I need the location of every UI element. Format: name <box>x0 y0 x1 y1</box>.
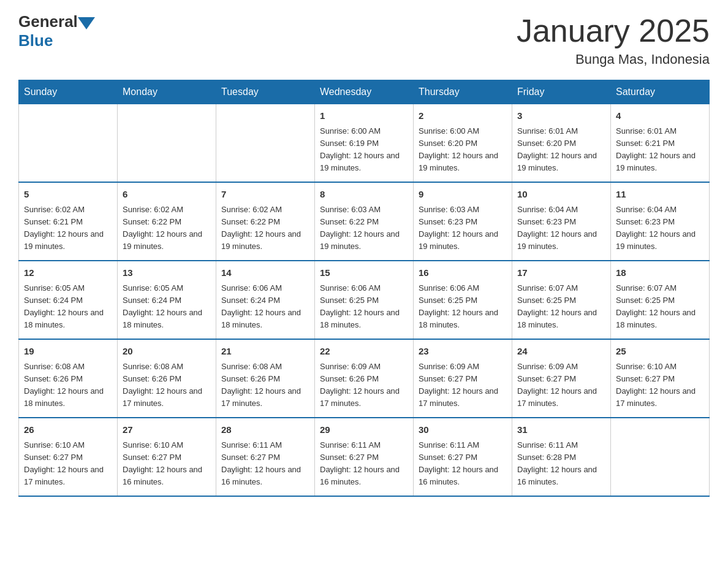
day-info: Sunrise: 6:07 AM Sunset: 6:25 PM Dayligh… <box>517 282 605 332</box>
calendar-day-cell: 9Sunrise: 6:03 AM Sunset: 6:23 PM Daylig… <box>414 182 512 261</box>
day-info: Sunrise: 6:10 AM Sunset: 6:27 PM Dayligh… <box>616 361 704 410</box>
day-number: 31 <box>517 423 605 437</box>
calendar-day-cell: 24Sunrise: 6:09 AM Sunset: 6:27 PM Dayli… <box>512 339 611 418</box>
logo-triangle-icon <box>78 17 95 29</box>
day-number: 3 <box>517 109 605 123</box>
calendar-week-row: 1Sunrise: 6:00 AM Sunset: 6:19 PM Daylig… <box>19 104 710 183</box>
calendar-day-cell: 4Sunrise: 6:01 AM Sunset: 6:21 PM Daylig… <box>611 104 710 183</box>
calendar-day-cell: 26Sunrise: 6:10 AM Sunset: 6:27 PM Dayli… <box>19 418 118 496</box>
day-number: 29 <box>320 423 408 437</box>
day-of-week-header: Friday <box>512 80 611 104</box>
calendar-day-cell: 27Sunrise: 6:10 AM Sunset: 6:27 PM Dayli… <box>118 418 216 496</box>
day-number: 11 <box>616 188 704 202</box>
calendar-day-cell: 12Sunrise: 6:05 AM Sunset: 6:24 PM Dayli… <box>19 261 118 339</box>
day-info: Sunrise: 6:03 AM Sunset: 6:22 PM Dayligh… <box>320 204 408 253</box>
calendar-day-cell: 19Sunrise: 6:08 AM Sunset: 6:26 PM Dayli… <box>19 339 118 418</box>
day-number: 5 <box>24 188 112 202</box>
calendar-subtitle: Bunga Mas, Indonesia <box>517 52 710 67</box>
day-info: Sunrise: 6:10 AM Sunset: 6:27 PM Dayligh… <box>123 439 211 489</box>
calendar-week-row: 19Sunrise: 6:08 AM Sunset: 6:26 PM Dayli… <box>19 339 710 418</box>
calendar-day-cell: 14Sunrise: 6:06 AM Sunset: 6:24 PM Dayli… <box>216 261 315 339</box>
day-of-week-header: Thursday <box>414 80 512 104</box>
day-of-week-header: Wednesday <box>315 80 414 104</box>
day-of-week-header: Tuesday <box>216 80 315 104</box>
day-info: Sunrise: 6:09 AM Sunset: 6:26 PM Dayligh… <box>320 361 408 410</box>
day-info: Sunrise: 6:03 AM Sunset: 6:23 PM Dayligh… <box>419 204 507 253</box>
day-of-week-header: Monday <box>118 80 216 104</box>
day-number: 12 <box>24 266 112 280</box>
calendar-day-cell: 6Sunrise: 6:02 AM Sunset: 6:22 PM Daylig… <box>118 182 216 261</box>
day-number: 2 <box>419 109 507 123</box>
day-info: Sunrise: 6:04 AM Sunset: 6:23 PM Dayligh… <box>616 204 704 253</box>
page-header: General Blue January 2025 Bunga Mas, Ind… <box>18 12 710 67</box>
calendar-day-cell: 28Sunrise: 6:11 AM Sunset: 6:27 PM Dayli… <box>216 418 315 496</box>
calendar-week-row: 26Sunrise: 6:10 AM Sunset: 6:27 PM Dayli… <box>19 418 710 496</box>
calendar-day-cell: 5Sunrise: 6:02 AM Sunset: 6:21 PM Daylig… <box>19 182 118 261</box>
calendar-day-cell: 23Sunrise: 6:09 AM Sunset: 6:27 PM Dayli… <box>414 339 512 418</box>
day-info: Sunrise: 6:11 AM Sunset: 6:28 PM Dayligh… <box>517 439 605 489</box>
calendar-day-cell: 2Sunrise: 6:00 AM Sunset: 6:20 PM Daylig… <box>414 104 512 183</box>
calendar-day-cell <box>118 104 216 183</box>
day-number: 19 <box>24 345 112 359</box>
day-number: 30 <box>419 423 507 437</box>
calendar-day-cell: 17Sunrise: 6:07 AM Sunset: 6:25 PM Dayli… <box>512 261 611 339</box>
day-number: 20 <box>123 345 211 359</box>
day-number: 9 <box>419 188 507 202</box>
day-number: 23 <box>419 345 507 359</box>
day-number: 25 <box>616 345 704 359</box>
day-number: 27 <box>123 423 211 437</box>
day-info: Sunrise: 6:02 AM Sunset: 6:22 PM Dayligh… <box>123 204 211 253</box>
calendar-day-cell: 25Sunrise: 6:10 AM Sunset: 6:27 PM Dayli… <box>611 339 710 418</box>
day-number: 1 <box>320 109 408 123</box>
day-number: 10 <box>517 188 605 202</box>
calendar-day-cell <box>611 418 710 496</box>
day-info: Sunrise: 6:06 AM Sunset: 6:25 PM Dayligh… <box>419 282 507 332</box>
day-number: 17 <box>517 266 605 280</box>
calendar-day-cell: 31Sunrise: 6:11 AM Sunset: 6:28 PM Dayli… <box>512 418 611 496</box>
title-section: January 2025 Bunga Mas, Indonesia <box>517 12 710 67</box>
day-number: 22 <box>320 345 408 359</box>
day-of-week-header: Saturday <box>611 80 710 104</box>
day-number: 13 <box>123 266 211 280</box>
calendar-day-cell: 21Sunrise: 6:08 AM Sunset: 6:26 PM Dayli… <box>216 339 315 418</box>
day-info: Sunrise: 6:05 AM Sunset: 6:24 PM Dayligh… <box>24 282 112 332</box>
calendar-header-row: SundayMondayTuesdayWednesdayThursdayFrid… <box>19 80 710 104</box>
day-info: Sunrise: 6:01 AM Sunset: 6:21 PM Dayligh… <box>616 125 704 175</box>
day-number: 26 <box>24 423 112 437</box>
calendar-day-cell: 13Sunrise: 6:05 AM Sunset: 6:24 PM Dayli… <box>118 261 216 339</box>
logo-blue-text: Blue <box>18 31 95 50</box>
calendar-day-cell: 29Sunrise: 6:11 AM Sunset: 6:27 PM Dayli… <box>315 418 414 496</box>
day-number: 28 <box>221 423 309 437</box>
day-number: 6 <box>123 188 211 202</box>
day-of-week-header: Sunday <box>19 80 118 104</box>
day-info: Sunrise: 6:11 AM Sunset: 6:27 PM Dayligh… <box>221 439 309 489</box>
calendar-day-cell: 3Sunrise: 6:01 AM Sunset: 6:20 PM Daylig… <box>512 104 611 183</box>
day-info: Sunrise: 6:00 AM Sunset: 6:20 PM Dayligh… <box>419 125 507 175</box>
day-number: 18 <box>616 266 704 280</box>
calendar-day-cell: 20Sunrise: 6:08 AM Sunset: 6:26 PM Dayli… <box>118 339 216 418</box>
calendar-day-cell: 16Sunrise: 6:06 AM Sunset: 6:25 PM Dayli… <box>414 261 512 339</box>
day-info: Sunrise: 6:06 AM Sunset: 6:24 PM Dayligh… <box>221 282 309 332</box>
day-info: Sunrise: 6:10 AM Sunset: 6:27 PM Dayligh… <box>24 439 112 489</box>
day-number: 16 <box>419 266 507 280</box>
calendar-day-cell: 22Sunrise: 6:09 AM Sunset: 6:26 PM Dayli… <box>315 339 414 418</box>
calendar-title: January 2025 <box>517 12 710 49</box>
calendar-day-cell <box>19 104 118 183</box>
day-info: Sunrise: 6:02 AM Sunset: 6:22 PM Dayligh… <box>221 204 309 253</box>
day-number: 24 <box>517 345 605 359</box>
day-info: Sunrise: 6:08 AM Sunset: 6:26 PM Dayligh… <box>123 361 211 410</box>
calendar-day-cell: 15Sunrise: 6:06 AM Sunset: 6:25 PM Dayli… <box>315 261 414 339</box>
day-info: Sunrise: 6:00 AM Sunset: 6:19 PM Dayligh… <box>320 125 408 175</box>
calendar-day-cell: 8Sunrise: 6:03 AM Sunset: 6:22 PM Daylig… <box>315 182 414 261</box>
day-info: Sunrise: 6:06 AM Sunset: 6:25 PM Dayligh… <box>320 282 408 332</box>
day-info: Sunrise: 6:04 AM Sunset: 6:23 PM Dayligh… <box>517 204 605 253</box>
day-info: Sunrise: 6:11 AM Sunset: 6:27 PM Dayligh… <box>419 439 507 489</box>
day-number: 8 <box>320 188 408 202</box>
day-info: Sunrise: 6:08 AM Sunset: 6:26 PM Dayligh… <box>24 361 112 410</box>
logo-general-text: General <box>18 12 78 31</box>
calendar-day-cell <box>216 104 315 183</box>
day-number: 15 <box>320 266 408 280</box>
day-info: Sunrise: 6:09 AM Sunset: 6:27 PM Dayligh… <box>419 361 507 410</box>
day-number: 4 <box>616 109 704 123</box>
day-number: 7 <box>221 188 309 202</box>
